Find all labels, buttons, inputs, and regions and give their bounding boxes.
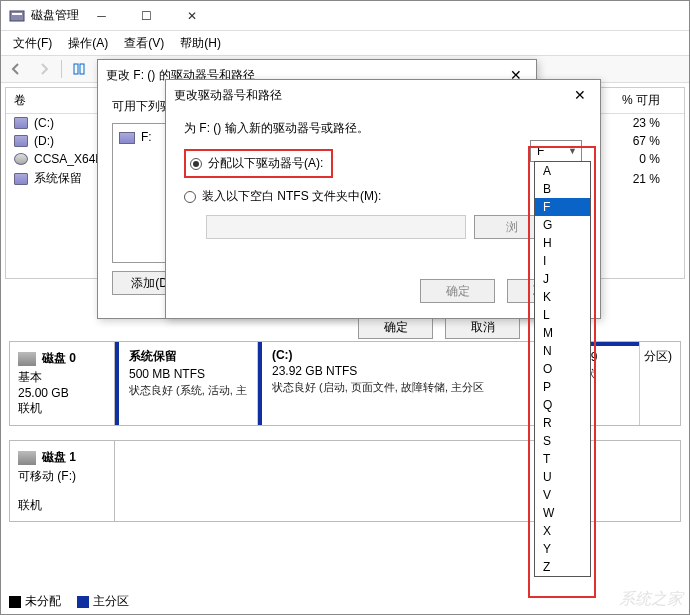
legend-swatch-primary — [77, 596, 89, 608]
legend: 未分配 主分区 — [9, 593, 129, 610]
drive-icon — [14, 135, 28, 147]
dropdown-item-W[interactable]: W — [535, 504, 590, 522]
combo-value: F — [537, 144, 544, 158]
disk-icon — [18, 451, 36, 465]
dropdown-item-F[interactable]: F — [535, 198, 590, 216]
dropdown-item-Q[interactable]: Q — [535, 396, 590, 414]
dropdown-item-B[interactable]: B — [535, 180, 590, 198]
svg-rect-3 — [80, 64, 84, 74]
partition-extra: 分区) — [640, 342, 680, 425]
partition-c[interactable]: (C:) 23.92 GB NTFS 状态良好 (启动, 页面文件, 故障转储,… — [258, 342, 570, 425]
dialog2-ok-button[interactable]: 确定 — [420, 279, 495, 303]
refresh-icon[interactable] — [68, 58, 90, 80]
drive-icon — [14, 173, 28, 185]
disk1-empty[interactable] — [115, 441, 680, 521]
svg-rect-1 — [12, 13, 22, 15]
disk0-info[interactable]: 磁盘 0 基本 25.00 GB 联机 — [10, 342, 115, 425]
radio-assign-letter[interactable] — [190, 158, 202, 170]
dropdown-item-K[interactable]: K — [535, 288, 590, 306]
disk-icon — [18, 352, 36, 366]
dialog2-prompt: 为 F: () 输入新的驱动器号或路径。 — [184, 120, 582, 137]
dropdown-item-X[interactable]: X — [535, 522, 590, 540]
dropdown-item-G[interactable]: G — [535, 216, 590, 234]
menu-action[interactable]: 操作(A) — [62, 33, 114, 54]
back-button[interactable] — [5, 58, 27, 80]
assign-letter-highlight: 分配以下驱动器号(A): — [184, 149, 333, 178]
svg-rect-2 — [74, 64, 78, 74]
svg-rect-0 — [10, 11, 24, 21]
dropdown-item-L[interactable]: L — [535, 306, 590, 324]
drive-icon — [14, 117, 28, 129]
legend-swatch-unallocated — [9, 596, 21, 608]
maximize-button[interactable]: ☐ — [124, 1, 169, 30]
dropdown-item-H[interactable]: H — [535, 234, 590, 252]
menu-file[interactable]: 文件(F) — [7, 33, 58, 54]
cd-icon — [14, 153, 28, 165]
radio-mount-label: 装入以下空白 NTFS 文件夹中(M): — [202, 188, 381, 205]
menu-help[interactable]: 帮助(H) — [174, 33, 227, 54]
menubar: 文件(F) 操作(A) 查看(V) 帮助(H) — [1, 31, 689, 55]
dropdown-item-U[interactable]: U — [535, 468, 590, 486]
dropdown-item-Y[interactable]: Y — [535, 540, 590, 558]
partition-system-reserved[interactable]: 系统保留 500 MB NTFS 状态良好 (系统, 活动, 主 — [115, 342, 258, 425]
dropdown-item-T[interactable]: T — [535, 450, 590, 468]
mount-path-input — [206, 215, 466, 239]
radio-assign-label: 分配以下驱动器号(A): — [208, 155, 323, 172]
drive-icon — [119, 132, 135, 144]
dropdown-item-J[interactable]: J — [535, 270, 590, 288]
dialog2-close-icon[interactable]: ✕ — [568, 87, 592, 103]
window-title: 磁盘管理 — [31, 7, 79, 24]
dropdown-item-O[interactable]: O — [535, 360, 590, 378]
minimize-button[interactable]: ─ — [79, 1, 124, 30]
dropdown-item-Z[interactable]: Z — [535, 558, 590, 576]
dropdown-item-R[interactable]: R — [535, 414, 590, 432]
dropdown-item-A[interactable]: A — [535, 162, 590, 180]
dropdown-item-P[interactable]: P — [535, 378, 590, 396]
watermark: 系统之家 — [619, 589, 683, 610]
dialog2-title: 更改驱动器号和路径 — [174, 87, 568, 104]
forward-button[interactable] — [33, 58, 55, 80]
dropdown-item-I[interactable]: I — [535, 252, 590, 270]
close-button[interactable]: ✕ — [169, 1, 214, 30]
disk-mgmt-icon — [9, 8, 25, 24]
dropdown-item-M[interactable]: M — [535, 324, 590, 342]
titlebar: 磁盘管理 ─ ☐ ✕ — [1, 1, 689, 31]
dropdown-item-N[interactable]: N — [535, 342, 590, 360]
drive-letter-dropdown[interactable]: ABFGHIJKLMNOPQRSTUVWXYZ — [534, 161, 591, 577]
chevron-down-icon: ▼ — [568, 146, 581, 156]
radio-mount-folder[interactable] — [184, 191, 196, 203]
dropdown-item-S[interactable]: S — [535, 432, 590, 450]
disk1-info[interactable]: 磁盘 1 可移动 (F:) 联机 — [10, 441, 115, 521]
drive-letter-combo[interactable]: F ▼ — [530, 140, 582, 162]
menu-view[interactable]: 查看(V) — [118, 33, 170, 54]
dropdown-item-V[interactable]: V — [535, 486, 590, 504]
